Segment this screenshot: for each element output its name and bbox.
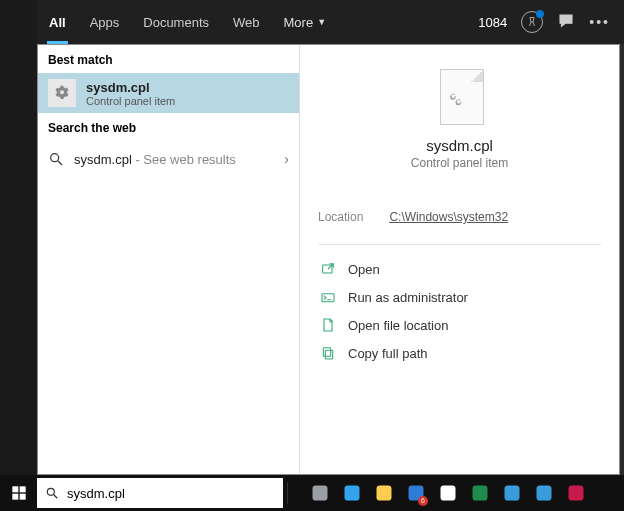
svg-line-11 (54, 495, 58, 499)
file-explorer-icon[interactable] (370, 479, 398, 507)
web-result-item[interactable]: sysdm.cpl - See web results › (38, 141, 299, 177)
filter-tabs: All Apps Documents Web More ▼ (37, 0, 338, 44)
best-match-title: sysdm.cpl (86, 80, 175, 95)
action-open-label: Open (348, 262, 380, 277)
svg-point-0 (51, 154, 59, 162)
search-icon (45, 486, 59, 500)
options-icon[interactable]: ••• (589, 14, 610, 30)
search-web-label: Search the web (38, 113, 299, 141)
action-copy-path[interactable]: Copy full path (318, 339, 601, 367)
control-panel-item-icon (48, 79, 76, 107)
svg-rect-14 (377, 486, 392, 501)
taskbar-separator (287, 482, 288, 504)
filter-tab-more[interactable]: More ▼ (272, 0, 339, 44)
filter-right-tools: 1084 ••• (478, 11, 624, 33)
preview-subtitle: Control panel item (411, 156, 508, 170)
divider (318, 244, 601, 245)
filter-tab-all[interactable]: All (37, 0, 78, 44)
scrollbar[interactable] (620, 44, 624, 475)
preview-pane: sysdm.cpl Control panel item Location C:… (299, 45, 619, 474)
svg-line-1 (58, 161, 62, 165)
svg-rect-9 (19, 494, 25, 500)
svg-rect-18 (505, 486, 520, 501)
svg-rect-20 (569, 486, 584, 501)
rewards-count: 1084 (478, 15, 507, 30)
svg-point-10 (47, 488, 54, 495)
web-result-text: sysdm.cpl - See web results (74, 152, 236, 167)
best-match-item[interactable]: sysdm.cpl Control panel item (38, 73, 299, 113)
chevron-down-icon: ▼ (317, 17, 326, 27)
start-button[interactable] (0, 475, 37, 511)
svg-rect-17 (473, 486, 488, 501)
preview-location-label: Location (318, 210, 363, 224)
filter-tab-web[interactable]: Web (221, 0, 272, 44)
preview-title: sysdm.cpl (426, 137, 493, 154)
action-admin-label: Run as administrator (348, 290, 468, 305)
filter-tab-documents[interactable]: Documents (131, 0, 221, 44)
svg-rect-7 (19, 486, 25, 492)
action-location-label: Open file location (348, 318, 448, 333)
action-open-location[interactable]: Open file location (318, 311, 601, 339)
results-list: Best match sysdm.cpl Control panel item … (38, 45, 299, 474)
feedback-icon[interactable] (557, 12, 575, 33)
badge: 6 (418, 496, 428, 506)
svg-rect-19 (537, 486, 552, 501)
svg-rect-3 (322, 294, 334, 302)
edge-icon[interactable] (338, 479, 366, 507)
preview-file-icon (436, 69, 484, 127)
svg-rect-16 (441, 486, 456, 501)
search-results-panel: Best match sysdm.cpl Control panel item … (37, 44, 620, 475)
chrome-icon[interactable] (434, 479, 462, 507)
action-run-as-admin[interactable]: Run as administrator (318, 283, 601, 311)
filter-tab-apps[interactable]: Apps (78, 0, 132, 44)
search-icon (48, 151, 64, 167)
task-view-icon[interactable] (306, 479, 334, 507)
taskbar-search-box[interactable] (37, 478, 283, 508)
rewards-icon[interactable] (521, 11, 543, 33)
best-match-label: Best match (38, 45, 299, 73)
svg-rect-12 (313, 486, 328, 501)
svg-rect-6 (12, 486, 18, 492)
security-icon[interactable]: 6 (402, 479, 430, 507)
svg-rect-13 (345, 486, 360, 501)
excel-icon[interactable] (466, 479, 494, 507)
app-icon-2[interactable] (530, 479, 558, 507)
svg-rect-8 (12, 494, 18, 500)
raspberry-icon[interactable] (562, 479, 590, 507)
search-filter-bar: All Apps Documents Web More ▼ 1084 ••• (37, 0, 624, 44)
filter-more-label: More (284, 15, 314, 30)
best-match-subtitle: Control panel item (86, 95, 175, 107)
web-result-hint: - See web results (132, 152, 236, 167)
action-open[interactable]: Open (318, 255, 601, 283)
action-copy-label: Copy full path (348, 346, 428, 361)
preview-location-link[interactable]: C:\Windows\system32 (389, 210, 508, 224)
chevron-right-icon: › (284, 151, 289, 167)
web-result-term: sysdm.cpl (74, 152, 132, 167)
svg-rect-5 (323, 348, 330, 357)
taskbar-search-input[interactable] (67, 486, 275, 501)
svg-rect-4 (325, 350, 332, 359)
app-icon-1[interactable] (498, 479, 526, 507)
taskbar: 6 (0, 475, 624, 511)
taskbar-tray: 6 (306, 479, 590, 507)
